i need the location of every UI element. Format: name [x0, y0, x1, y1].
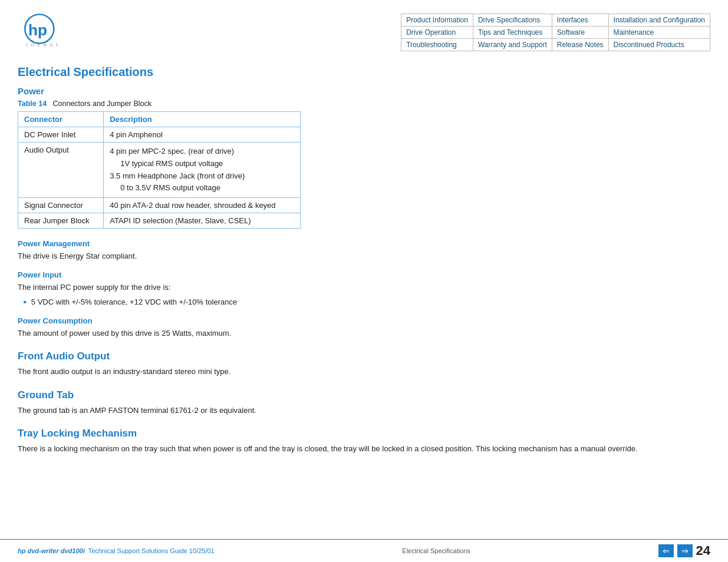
nav-item[interactable]: Maintenance — [608, 27, 710, 39]
nav-item[interactable]: Discontinued Products — [608, 39, 710, 51]
nav-item[interactable]: Software — [552, 27, 608, 39]
nav-item[interactable]: Drive Specifications — [473, 14, 552, 27]
main-content: Electrical Specifications Power Table 14… — [0, 59, 728, 476]
table-row: Signal Connector40 pin ATA-2 dual row he… — [18, 198, 301, 213]
nav-item[interactable]: Product Information — [401, 14, 473, 27]
footer-left: hp dvd-writer dvd100i Technical Support … — [18, 547, 215, 554]
power-management-text: The drive is Energy Star compliant. — [18, 250, 710, 262]
tray-locking-title: Tray Locking Mechanism — [18, 428, 710, 439]
front-audio-title: Front Audio Output — [18, 351, 710, 362]
power-input-bullets: 5 VDC with +/-5% tolerance, +12 VDC with… — [24, 296, 710, 308]
power-management-title: Power Management — [18, 239, 710, 248]
description-cell: 40 pin ATA-2 dual row header, shrouded &… — [104, 198, 301, 213]
ground-tab-text: The ground tab is an AMP FASTON terminal… — [18, 405, 710, 416]
nav-item[interactable]: Troubleshooting — [401, 39, 473, 51]
power-consumption-title: Power Consumption — [18, 316, 710, 325]
description-cell: 4 pin per MPC-2 spec. (rear of drive)1V … — [104, 143, 301, 198]
bullet-item: 5 VDC with +/-5% tolerance, +12 VDC with… — [24, 296, 710, 308]
table-row: Rear Jumper BlockATAPI ID selection (Mas… — [18, 213, 301, 229]
nav-row: Drive OperationTips and TechniquesSoftwa… — [401, 27, 710, 39]
connectors-table: Connector Description DC Power Inlet4 pi… — [18, 111, 301, 229]
connector-cell: Rear Jumper Block — [18, 213, 104, 229]
prev-page-button[interactable]: ⇐ — [658, 544, 674, 557]
front-audio-text: The front audio output is an industry-st… — [18, 366, 710, 378]
power-consumption-text: The amount of power used by this drive i… — [18, 328, 710, 339]
nav-table: Product InformationDrive SpecificationsI… — [401, 14, 710, 51]
svg-text:i n v e n t: i n v e n t — [27, 42, 59, 48]
page-number: 24 — [696, 543, 710, 558]
nav-container: Product InformationDrive SpecificationsI… — [401, 11, 710, 51]
ground-tab-title: Ground Tab — [18, 389, 710, 401]
footer-product: hp dvd-writer dvd100i — [18, 547, 85, 554]
header: hp i n v e n t Product InformationDrive … — [0, 0, 728, 59]
connector-cell: Signal Connector — [18, 198, 104, 213]
connector-cell: DC Power Inlet — [18, 127, 104, 143]
table-header-row: Connector Description — [18, 112, 301, 127]
table-label: Table 14 — [18, 100, 47, 108]
table-row: Audio Output4 pin per MPC-2 spec. (rear … — [18, 143, 301, 198]
nav-item[interactable]: Drive Operation — [401, 27, 473, 39]
table-caption: Table 14 Connectors and Jumper Block — [18, 100, 710, 108]
nav-item[interactable]: Tips and Techniques — [473, 27, 552, 39]
power-input-title: Power Input — [18, 270, 710, 279]
footer-center: Electrical Specifications — [402, 547, 470, 554]
footer-doc: Technical Support Solutions Guide 10/25/… — [88, 547, 215, 554]
svg-text:hp: hp — [28, 21, 47, 39]
table-row: DC Power Inlet4 pin Amphenol — [18, 127, 301, 143]
nav-item[interactable]: Release Notes — [552, 39, 608, 51]
nav-row: Product InformationDrive SpecificationsI… — [401, 14, 710, 27]
power-input-text: The internal PC power supply for the dri… — [18, 282, 710, 293]
table-caption-text: Connectors and Jumper Block — [53, 100, 151, 108]
hp-logo: hp i n v e n t — [18, 11, 71, 52]
nav-item[interactable]: Interfaces — [552, 14, 608, 27]
power-section-title: Power — [18, 86, 710, 96]
description-cell: ATAPI ID selection (Master, Slave, CSEL) — [104, 213, 301, 229]
connector-cell: Audio Output — [18, 143, 104, 198]
tray-locking-text: There is a locking mechanism on the tray… — [18, 443, 710, 455]
nav-row: TroubleshootingWarranty and SupportRelea… — [401, 39, 710, 51]
nav-item[interactable]: Installation and Configuration — [608, 14, 710, 27]
footer-right: ⇐ ⇒ 24 — [658, 543, 710, 558]
next-page-button[interactable]: ⇒ — [677, 544, 693, 557]
col-description: Description — [104, 112, 301, 127]
col-connector: Connector — [18, 112, 104, 127]
footer: hp dvd-writer dvd100i Technical Support … — [0, 539, 728, 562]
description-cell: 4 pin Amphenol — [104, 127, 301, 143]
nav-item[interactable]: Warranty and Support — [473, 39, 552, 51]
page-title: Electrical Specifications — [18, 65, 710, 79]
logo-area: hp i n v e n t — [18, 11, 83, 54]
